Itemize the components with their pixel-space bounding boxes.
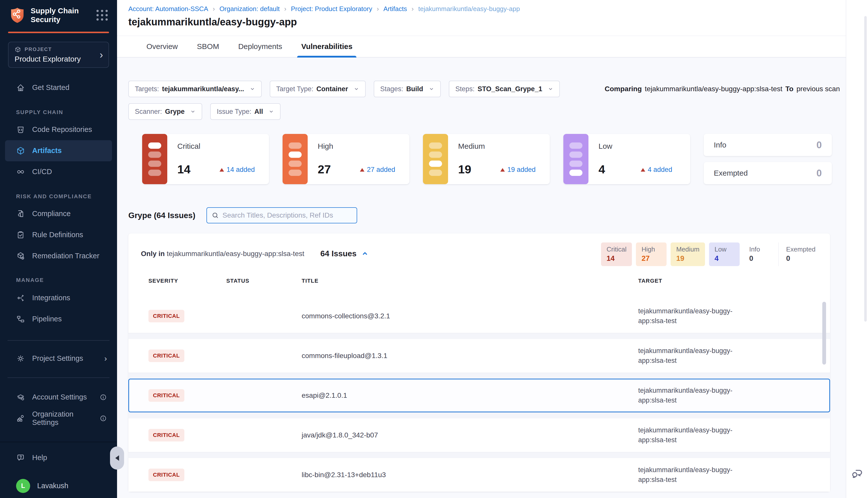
table-row[interactable]: CRITICAL java/jdk@1.8.0_342-b07 tejakumm… — [128, 418, 830, 452]
chevron-down-icon — [548, 86, 553, 92]
sidebar-item-compliance[interactable]: Compliance — [0, 203, 117, 224]
table-row-selected[interactable]: CRITICAL esapi@2.1.0.1 tejakummarikuntla… — [128, 379, 830, 412]
tab-overview[interactable]: Overview — [146, 36, 178, 57]
table-row[interactable]: CRITICAL libc-bin@2.31-13+deb11u3 tejaku… — [128, 458, 830, 492]
chip-medium[interactable]: Medium 19 — [671, 243, 705, 266]
info-exempted-column: Info 0 Exempted 0 — [704, 134, 832, 184]
supply-chain-security-logo-icon — [10, 7, 25, 23]
severity-badge: CRITICAL — [148, 429, 184, 442]
sidebar-item-label: Compliance — [32, 210, 70, 218]
chip-low[interactable]: Low 4 — [709, 243, 740, 266]
sidebar-item-label: Organization Settings — [32, 410, 92, 427]
issue-title[interactable]: java/jdk@1.8.0_342-b07 — [302, 431, 638, 439]
target-type-filter-dropdown[interactable]: Target Type: Container — [270, 81, 366, 97]
module-grid-icon[interactable] — [96, 10, 108, 21]
app-title: Supply Chain Security — [31, 6, 83, 24]
scanner-issues-heading: Grype (64 Issues) — [128, 211, 196, 220]
sidebar-collapse-handle[interactable] — [110, 446, 124, 470]
sidebar-item-label: Help — [32, 454, 47, 462]
issues-panel: Only in tejakummarikuntla/easy-buggy-app… — [128, 233, 830, 492]
sidebar-item-code-repositories[interactable]: Code Repositories — [0, 119, 117, 140]
section-manage: MANAGE — [0, 277, 117, 284]
steps-filter-dropdown[interactable]: Steps: STO_Scan_Grype_1 — [449, 81, 560, 97]
issues-table-body: CRITICAL commons-collections@3.2.1 tejak… — [128, 299, 830, 492]
comparing-label: Comparing — [605, 85, 642, 93]
info-summary-card[interactable]: Info 0 — [704, 134, 832, 156]
sidebar-item-integrations[interactable]: Integrations — [0, 287, 117, 309]
chip-info[interactable]: Info 0 — [744, 243, 774, 266]
issue-title[interactable]: esapi@2.1.0.1 — [302, 392, 638, 399]
scanner-filter-dropdown[interactable]: Scanner: Grype — [128, 103, 202, 120]
chat-feedback-button[interactable] — [851, 467, 864, 481]
tab-vulnerabilities[interactable]: Vulnerabilities — [301, 36, 352, 57]
sidebar-item-label: Rule Definitions — [32, 231, 83, 239]
issue-type-filter-dropdown[interactable]: Issue Type: All — [210, 103, 281, 120]
info-circle-icon[interactable] — [99, 393, 107, 401]
comparing-target: tejakummarikuntla/easy-buggy-app:slsa-te… — [645, 85, 782, 93]
project-selector[interactable]: PROJECT Product Exploratory › — [8, 42, 109, 68]
search-input[interactable] — [223, 211, 352, 219]
sidebar-item-label: CI/CD — [32, 168, 52, 176]
sidebar-item-label: Pipelines — [32, 315, 62, 323]
chip-count: 4 — [715, 254, 734, 263]
breadcrumb-organization[interactable]: Organization: default — [219, 5, 280, 13]
table-row[interactable]: CRITICAL commons-collections@3.2.1 tejak… — [128, 299, 830, 333]
sidebar-item-get-started[interactable]: Get Started — [0, 77, 117, 98]
card-count: 19 — [458, 162, 471, 176]
issue-title[interactable]: commons-collections@3.2.1 — [302, 312, 638, 320]
sidebar-item-label: Remediation Tracker — [32, 252, 99, 260]
issue-target: tejakummarikuntla/easy-buggy-app:slsa-te… — [638, 346, 750, 366]
breadcrumb-project[interactable]: Project: Product Exploratory — [291, 5, 372, 13]
sidebar-item-organization-settings[interactable]: Organization Settings — [0, 408, 117, 429]
chevron-left-icon — [115, 455, 119, 461]
user-menu[interactable]: L Lavakush — [0, 475, 117, 497]
sidebar-item-cicd[interactable]: CI/CD — [0, 161, 117, 182]
critical-summary-card[interactable]: Critical 14 14 added — [142, 134, 269, 184]
sidebar-item-rule-definitions[interactable]: Rule Definitions — [0, 224, 117, 246]
high-summary-card[interactable]: High 27 27 added — [282, 134, 410, 184]
chip-critical[interactable]: Critical 14 — [601, 243, 632, 266]
pipelines-icon — [16, 315, 25, 324]
sidebar-nav: Get Started SUPPLY CHAIN Code Repositori… — [0, 68, 117, 497]
table-scrollbar-thumb[interactable] — [822, 302, 826, 365]
triangle-up-icon — [360, 168, 364, 172]
sidebar-item-account-settings[interactable]: Account Settings — [0, 387, 117, 408]
sidebar-item-artifacts[interactable]: Artifacts — [5, 140, 112, 161]
chevron-up-icon[interactable] — [361, 250, 369, 258]
card-label: Exempted — [714, 169, 748, 178]
sidebar-item-project-settings[interactable]: Project Settings › — [0, 348, 117, 369]
tab-deployments[interactable]: Deployments — [238, 36, 282, 57]
breadcrumb-artifacts[interactable]: Artifacts — [384, 5, 407, 13]
breadcrumb-account[interactable]: Account: Automation-SSCA — [128, 5, 208, 13]
issue-title[interactable]: libc-bin@2.31-13+deb11u3 — [302, 471, 638, 479]
sidebar-item-remediation-tracker[interactable]: Remediation Tracker — [0, 246, 117, 266]
table-row[interactable]: CRITICAL commons-fileupload@1.3.1 tejaku… — [128, 339, 830, 372]
page-scrollbar-thumb[interactable] — [864, 16, 867, 322]
info-circle-icon[interactable] — [99, 415, 107, 422]
artifacts-cube-icon — [16, 146, 25, 155]
chip-count: 0 — [786, 254, 815, 263]
added-indicator: 19 added — [500, 166, 536, 174]
stages-filter-dropdown[interactable]: Stages: Build — [374, 81, 441, 97]
chip-count: 14 — [606, 254, 626, 263]
breadcrumb-separator: › — [377, 5, 379, 13]
sidebar-item-help[interactable]: Help — [0, 447, 117, 468]
chip-high[interactable]: High 27 — [636, 243, 667, 266]
added-indicator: 14 added — [219, 166, 255, 174]
main-content: Account: Automation-SSCA › Organization:… — [117, 0, 846, 498]
medium-summary-card[interactable]: Medium 19 19 added — [423, 134, 550, 184]
exempted-summary-card[interactable]: Exempted 0 — [704, 162, 832, 184]
chevron-right-icon: › — [100, 50, 103, 60]
targets-filter-dropdown[interactable]: Targets: tejakummarikuntla/easy... — [128, 81, 262, 97]
breadcrumb-separator: › — [412, 5, 414, 13]
low-summary-card[interactable]: Low 4 4 added — [563, 134, 690, 184]
tab-sbom[interactable]: SBOM — [197, 36, 219, 57]
filter-row-2: Scanner: Grype Issue Type: All — [128, 103, 846, 120]
added-label: 14 added — [227, 166, 255, 174]
page-header: Account: Automation-SSCA › Organization:… — [117, 0, 846, 36]
issue-title[interactable]: commons-fileupload@1.3.1 — [302, 352, 638, 360]
comparing-baseline[interactable]: previous scan — [797, 85, 840, 93]
chip-label: Medium — [676, 246, 699, 253]
sidebar-item-pipelines[interactable]: Pipelines — [0, 309, 117, 330]
chip-exempted[interactable]: Exempted 0 — [778, 243, 821, 266]
